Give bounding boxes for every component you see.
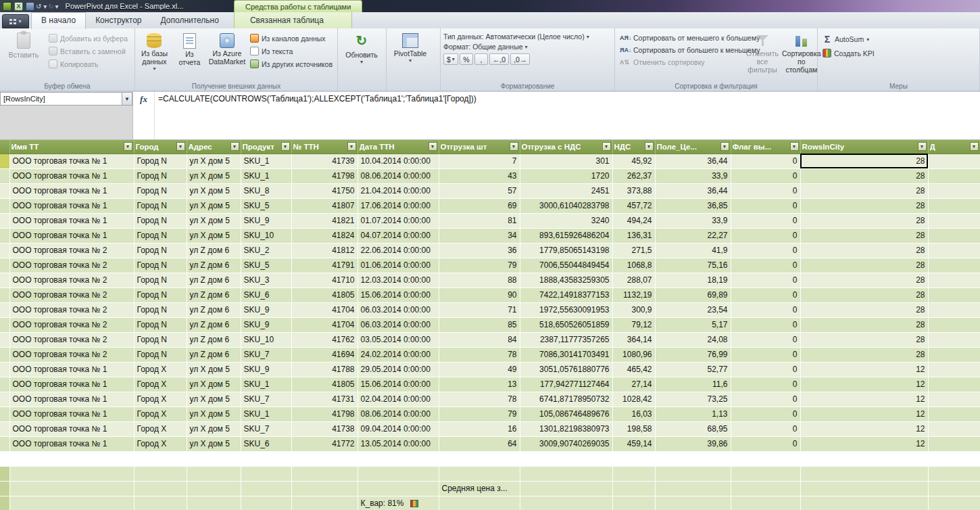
- cell[interactable]: SKU_7: [241, 347, 291, 362]
- measure-cell[interactable]: [134, 496, 187, 510]
- cell[interactable]: 893,615926486204: [520, 228, 612, 243]
- cell[interactable]: 36,44: [655, 183, 731, 198]
- cell[interactable]: 41807: [291, 198, 358, 213]
- measure-cell[interactable]: [655, 481, 731, 496]
- cell[interactable]: 0: [731, 421, 800, 436]
- cell[interactable]: 457,72: [612, 198, 655, 213]
- row-header[interactable]: [0, 436, 9, 451]
- undo-icon[interactable]: ↺ ▾: [36, 3, 47, 10]
- cell[interactable]: 28: [800, 154, 928, 168]
- cell[interactable]: Город N: [134, 302, 187, 317]
- cell[interactable]: 23,54: [655, 302, 731, 317]
- formula-input[interactable]: =CALCULATE(COUNTROWS('Таблица1');ALLEXCE…: [155, 92, 980, 139]
- data-type-dropdown[interactable]: Тип данных: Автоматически (Целое число) …: [443, 32, 589, 41]
- cell[interactable]: 301: [520, 154, 612, 168]
- cell[interactable]: ООО торговая точка № 2: [9, 317, 134, 332]
- cell[interactable]: ООО торговая точка № 1: [9, 377, 134, 392]
- cell[interactable]: 7006,55044849454: [520, 258, 612, 273]
- cell[interactable]: 3000,61040283798: [520, 198, 612, 213]
- row-header[interactable]: [0, 377, 9, 392]
- cell[interactable]: Город X: [134, 377, 187, 392]
- cell[interactable]: [928, 392, 980, 407]
- row-header[interactable]: [0, 243, 9, 258]
- column-header[interactable]: Отгрузка шт▼: [439, 140, 520, 154]
- save-icon[interactable]: [26, 2, 34, 11]
- cell[interactable]: 06.03.2014 0:00:00: [358, 302, 439, 317]
- create-kpi-button[interactable]: Создать KPI: [820, 48, 877, 58]
- cell[interactable]: 0: [731, 436, 800, 451]
- cell[interactable]: 69: [439, 198, 520, 213]
- cell[interactable]: ООО торговая точка № 1: [9, 213, 134, 228]
- measure-cell[interactable]: [928, 481, 980, 496]
- measure-cell[interactable]: [520, 481, 612, 496]
- cell[interactable]: [928, 332, 980, 347]
- cell[interactable]: 0: [731, 317, 800, 332]
- cell[interactable]: ул X дом 5: [187, 407, 241, 421]
- from-azure-datamarket-button[interactable]: Из Azure DataMarket: [208, 30, 246, 80]
- filter-button[interactable]: ▼: [347, 142, 356, 151]
- cell[interactable]: ООО торговая точка № 1: [9, 436, 134, 451]
- cell[interactable]: Город X: [134, 392, 187, 407]
- measure-cell[interactable]: [731, 481, 800, 496]
- cell[interactable]: ул X дом 5: [187, 436, 241, 451]
- cell[interactable]: 41731: [291, 392, 358, 407]
- cell[interactable]: 18,19: [655, 273, 731, 287]
- measure-cell[interactable]: [800, 466, 928, 481]
- measure-cell[interactable]: [612, 466, 655, 481]
- cell[interactable]: 28: [800, 302, 928, 317]
- sort-by-column-button[interactable]: Сортировка по столбцам: [781, 30, 822, 80]
- cell[interactable]: 79: [439, 258, 520, 273]
- from-other-sources-button[interactable]: Из других источников: [248, 59, 335, 69]
- cell[interactable]: 41750: [291, 183, 358, 198]
- cell[interactable]: [928, 243, 980, 258]
- cell[interactable]: SKU_9: [241, 362, 291, 377]
- cell[interactable]: Город N: [134, 183, 187, 198]
- cell[interactable]: 0: [731, 287, 800, 302]
- cell[interactable]: [928, 287, 980, 302]
- cell[interactable]: 10.04.2014 0:00:00: [358, 154, 439, 168]
- cell[interactable]: 29.05.2014 0:00:00: [358, 362, 439, 377]
- cell[interactable]: [928, 258, 980, 273]
- cell[interactable]: Город N: [134, 273, 187, 287]
- cell[interactable]: 7422,14918377153: [520, 287, 612, 302]
- cell[interactable]: ул X дом 5: [187, 168, 241, 183]
- cell[interactable]: SKU_7: [241, 392, 291, 407]
- cell[interactable]: [928, 183, 980, 198]
- measure-cell[interactable]: [9, 481, 134, 496]
- measure-cell[interactable]: [291, 481, 358, 496]
- cell[interactable]: SKU_10: [241, 228, 291, 243]
- measure-cell[interactable]: [241, 496, 291, 510]
- cell[interactable]: 41798: [291, 168, 358, 183]
- cell[interactable]: Город N: [134, 168, 187, 183]
- cell[interactable]: 3009,90740269035: [520, 436, 612, 451]
- cell[interactable]: 465,42: [612, 362, 655, 377]
- cell[interactable]: [928, 213, 980, 228]
- cell[interactable]: SKU_1: [241, 377, 291, 392]
- cell[interactable]: SKU_6: [241, 287, 291, 302]
- from-data-feeds-button[interactable]: Из каналов данных: [248, 33, 335, 43]
- cell[interactable]: 0: [731, 362, 800, 377]
- measure-cell[interactable]: [928, 496, 980, 510]
- cell[interactable]: SKU_9: [241, 317, 291, 332]
- cell[interactable]: ООО торговая точка № 1: [9, 183, 134, 198]
- measure-cell[interactable]: [731, 466, 800, 481]
- cell[interactable]: 12.03.2014 0:00:00: [358, 273, 439, 287]
- cell[interactable]: 43: [439, 168, 520, 183]
- cell[interactable]: 11,6: [655, 377, 731, 392]
- cell[interactable]: 41762: [291, 332, 358, 347]
- column-header[interactable]: Поле_Це...▼: [655, 140, 731, 154]
- cell[interactable]: 518,650526051859: [520, 317, 612, 332]
- cell[interactable]: ООО торговая точка № 2: [9, 273, 134, 287]
- fx-icon[interactable]: fx: [133, 92, 155, 139]
- cell[interactable]: 01.06.2014 0:00:00: [358, 258, 439, 273]
- cell[interactable]: [928, 362, 980, 377]
- cell[interactable]: [928, 421, 980, 436]
- cell[interactable]: SKU_1: [241, 154, 291, 168]
- column-header[interactable]: НДС▼: [612, 140, 655, 154]
- cell[interactable]: 41798: [291, 407, 358, 421]
- cell[interactable]: 1080,96: [612, 347, 655, 362]
- measure-cell[interactable]: К_вар: 81%: [358, 496, 439, 510]
- measure-cell[interactable]: [187, 496, 241, 510]
- cell[interactable]: 27,14: [612, 377, 655, 392]
- cell[interactable]: 28: [800, 213, 928, 228]
